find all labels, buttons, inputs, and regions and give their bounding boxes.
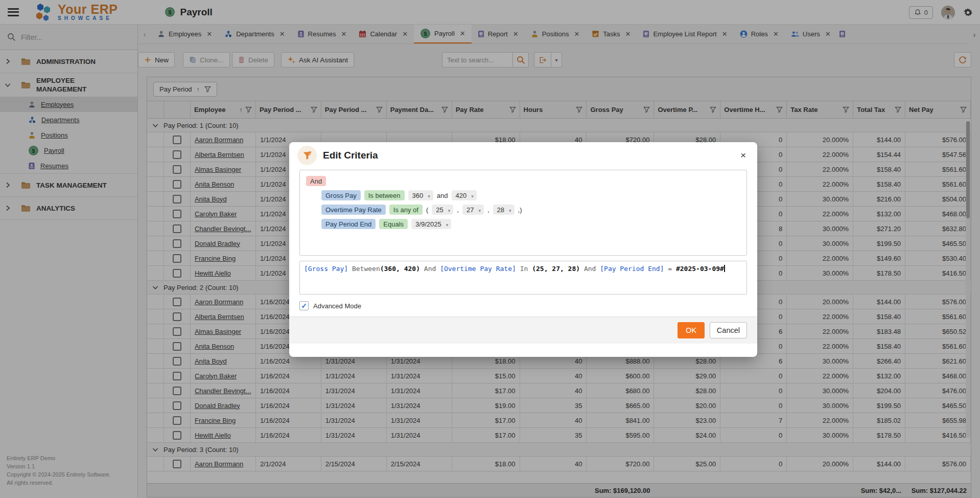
- condition-separator: ,: [487, 206, 489, 214]
- condition-row: Pay Period EndEquals3/9/2025▾: [321, 219, 740, 229]
- advanced-mode-checkbox[interactable]: ✓: [299, 301, 309, 310]
- formula-token: Between: [348, 265, 380, 273]
- criteria-builder: And Gross PayIs between360▾and420▾Overti…: [299, 170, 747, 256]
- condition-row: Overtime Pay RateIs any of(25▾,27▾,28▾,): [321, 205, 740, 215]
- formula-token: [Pay Period End]: [600, 265, 664, 273]
- condition-value-dropdown[interactable]: 25▾: [432, 205, 453, 215]
- condition-operator-chip[interactable]: Is any of: [389, 205, 423, 215]
- condition-field-chip[interactable]: Gross Pay: [321, 190, 361, 200]
- caret-down-icon: ▾: [478, 208, 481, 213]
- formula-token: [Overtime Pay Rate]: [440, 265, 516, 273]
- condition-separator: (: [426, 206, 428, 214]
- condition-field-chip[interactable]: Pay Period End: [321, 219, 376, 229]
- caret-down-icon: ▾: [509, 208, 511, 213]
- caret-down-icon: ▾: [446, 222, 449, 228]
- criteria-filter-icon: [297, 146, 317, 165]
- text-cursor: [724, 265, 725, 272]
- dialog-header: Edit Criteria ×: [289, 142, 757, 169]
- formula-token: =: [664, 265, 675, 273]
- dialog-footer: OK Cancel: [289, 316, 757, 344]
- formula-token: And: [420, 265, 440, 273]
- condition-separator: ,: [457, 206, 459, 214]
- condition-value-dropdown[interactable]: 28▾: [493, 205, 515, 215]
- cancel-button[interactable]: Cancel: [710, 322, 747, 338]
- root-operator-chip[interactable]: And: [306, 176, 326, 186]
- formula-token: (360, 420): [380, 265, 420, 273]
- formula-token: And: [580, 265, 600, 273]
- condition-value-dropdown[interactable]: 360▾: [408, 190, 433, 200]
- condition-operator-chip[interactable]: Is between: [364, 190, 405, 200]
- edit-criteria-dialog: Edit Criteria × And Gross PayIs between3…: [289, 142, 757, 357]
- condition-operator-chip[interactable]: Equals: [379, 219, 408, 229]
- dialog-body: And Gross PayIs between360▾and420▾Overti…: [289, 169, 757, 310]
- condition-value-dropdown[interactable]: 420▾: [452, 190, 477, 200]
- condition-separator: ,): [518, 206, 522, 214]
- dialog-close-button[interactable]: ×: [737, 149, 749, 162]
- ok-button[interactable]: OK: [678, 322, 705, 338]
- condition-row: Gross PayIs between360▾and420▾: [321, 190, 740, 200]
- condition-rows: Gross PayIs between360▾and420▾Overtime P…: [306, 190, 740, 229]
- dialog-title: Edit Criteria: [323, 150, 731, 161]
- erp-screen: Your ERP SHOWCASE $ Payroll 0 ADMINISTRA…: [0, 0, 980, 498]
- condition-value-dropdown[interactable]: 27▾: [462, 205, 484, 215]
- condition-value-dropdown[interactable]: 3/9/2025▾: [411, 219, 451, 229]
- advanced-mode-label: Advanced Mode: [313, 302, 361, 310]
- criteria-formula-editor[interactable]: [Gross Pay] Between(360, 420) And [Overt…: [299, 261, 747, 295]
- formula-token: In: [516, 265, 532, 273]
- caret-down-icon: ▾: [471, 194, 474, 199]
- formula-token: (25, 27, 28): [532, 265, 580, 273]
- funnel-icon: [302, 151, 312, 161]
- caret-down-icon: ▾: [448, 208, 451, 213]
- condition-field-chip[interactable]: Overtime Pay Rate: [321, 205, 386, 215]
- formula-token: #2025-03-09#: [676, 265, 724, 273]
- caret-down-icon: ▾: [428, 194, 430, 199]
- formula-token: [Gross Pay]: [304, 265, 348, 273]
- advanced-mode-row: ✓ Advanced Mode: [299, 301, 747, 310]
- condition-separator: and: [437, 192, 448, 199]
